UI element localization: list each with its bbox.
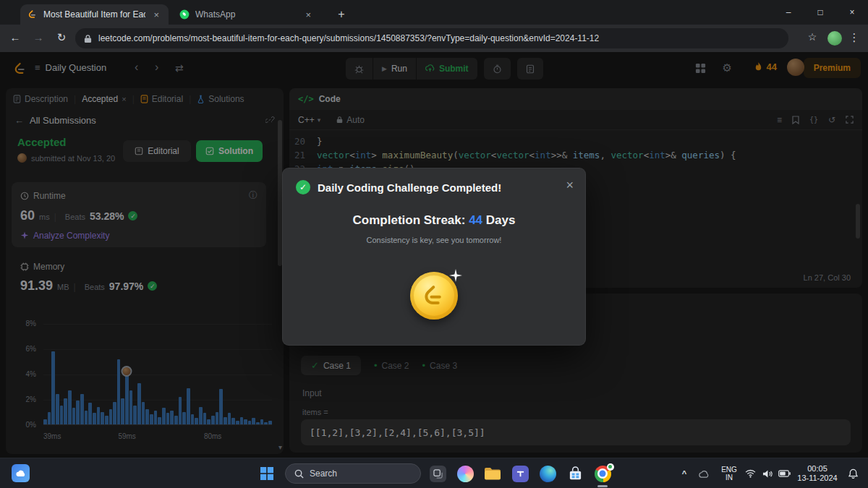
window-controls: – □ × <box>773 0 868 25</box>
cloud-icon <box>698 470 710 478</box>
language-indicator[interactable]: ENG IN <box>718 464 741 483</box>
store-button[interactable] <box>566 464 584 483</box>
chrome-icon <box>595 466 611 482</box>
back-icon[interactable]: ← <box>7 31 23 43</box>
completion-streak-line: Completion Streak: 44 Days <box>283 213 585 228</box>
file-explorer-button[interactable] <box>483 464 502 483</box>
search-placeholder: Search <box>310 468 337 479</box>
edge-button[interactable] <box>538 464 557 483</box>
teams-icon <box>512 466 529 482</box>
modal-subtitle: Consistency is key, see you tomorrow! <box>283 236 585 244</box>
battery-icon <box>778 470 791 477</box>
volume-button[interactable] <box>760 464 775 483</box>
tab-title: WhatsApp <box>195 9 297 20</box>
tab-close-icon[interactable]: × <box>151 9 161 20</box>
browser-toolbar: ← → ↻ leetcode.com/problems/most-beautif… <box>0 25 868 52</box>
tab-close-icon[interactable]: × <box>303 9 313 20</box>
clock[interactable]: 00:05 13-11-2024 <box>793 464 842 483</box>
window-minimize-button[interactable]: – <box>773 0 804 25</box>
onedrive-tray-button[interactable] <box>696 464 712 483</box>
browser-menu-icon[interactable]: ⋮ <box>846 31 862 44</box>
tray-expand-button[interactable]: ^ <box>677 464 692 483</box>
browser-tab-leetcode[interactable]: Most Beautiful Item for Each Q × <box>20 4 169 25</box>
task-view-icon <box>430 466 446 482</box>
time: 00:05 <box>793 464 842 474</box>
browser-profile-avatar[interactable] <box>827 31 842 46</box>
chrome-button[interactable] <box>593 464 612 483</box>
streak-value: 44 <box>469 213 482 227</box>
screen: Most Beautiful Item for Each Q × WhatsAp… <box>0 0 868 488</box>
streak-label: Completion Streak: <box>353 213 466 227</box>
browser-tab-strip: Most Beautiful Item for Each Q × WhatsAp… <box>0 0 868 25</box>
windows-logo-icon <box>260 467 273 480</box>
streak-suffix: Days <box>486 213 516 227</box>
notifications-button[interactable] <box>845 464 861 483</box>
new-tab-button[interactable]: + <box>333 6 350 23</box>
lang-line-2: IN <box>721 474 737 481</box>
active-app-indicator <box>597 485 608 487</box>
bell-icon <box>848 468 858 479</box>
whatsapp-favicon-icon <box>179 9 190 20</box>
window-close-button[interactable]: × <box>836 0 868 25</box>
taskbar-search[interactable]: Search <box>285 463 421 484</box>
speaker-icon <box>762 469 773 479</box>
windows-taskbar: Search <box>0 458 868 488</box>
browser-tab-whatsapp[interactable]: WhatsApp × <box>172 4 320 25</box>
store-icon <box>568 466 583 481</box>
lang-line-1: ENG <box>721 466 737 474</box>
address-bar[interactable]: leetcode.com/problems/most-beautiful-ite… <box>75 28 788 48</box>
daily-challenge-modal: ✓ Daily Coding Challenge Completed! × Co… <box>282 168 586 346</box>
streak-coin <box>410 272 458 320</box>
date: 13-11-2024 <box>793 474 842 483</box>
url-text: leetcode.com/problems/most-beautiful-ite… <box>98 33 599 43</box>
modal-header: ✓ Daily Coding Challenge Completed! <box>283 168 585 194</box>
bookmark-star-icon[interactable]: ☆ <box>804 31 820 43</box>
site-info-lock-icon[interactable] <box>84 34 92 43</box>
search-icon <box>294 469 304 479</box>
task-view-button[interactable] <box>428 464 447 483</box>
wifi-icon <box>745 469 756 478</box>
start-button[interactable] <box>258 464 276 483</box>
teams-button[interactable] <box>511 464 529 483</box>
copilot-button[interactable] <box>456 464 475 483</box>
modal-title: Daily Coding Challenge Completed! <box>318 181 501 194</box>
modal-close-icon[interactable]: × <box>566 178 574 193</box>
copilot-icon <box>457 466 474 482</box>
chevron-up-icon: ^ <box>682 469 686 478</box>
wifi-button[interactable] <box>742 464 758 483</box>
leetcode-favicon-icon <box>27 9 38 20</box>
coin-leetcode-logo-icon <box>422 283 446 308</box>
forward-icon[interactable]: → <box>30 31 46 43</box>
battery-button[interactable] <box>775 464 793 483</box>
reload-icon[interactable]: ↻ <box>54 31 69 44</box>
success-check-icon: ✓ <box>296 180 310 194</box>
edge-icon <box>540 466 556 482</box>
tab-title: Most Beautiful Item for Each Q <box>43 9 145 20</box>
sparkle-icon <box>449 269 462 282</box>
widgets-weather-icon[interactable] <box>12 464 30 482</box>
chrome-profile-badge <box>607 463 614 471</box>
window-maximize-button[interactable]: □ <box>804 0 836 25</box>
file-explorer-icon <box>484 466 501 481</box>
